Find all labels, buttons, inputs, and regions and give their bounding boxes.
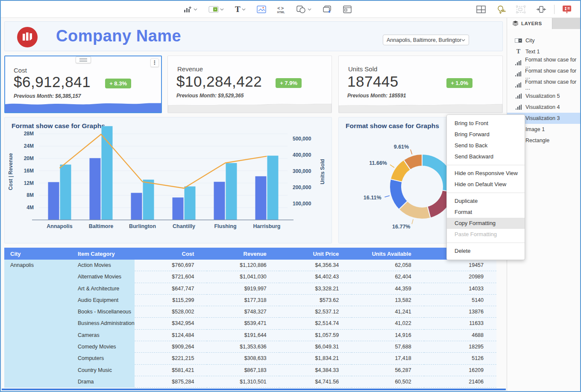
value-cell: $4,356.34 xyxy=(279,260,352,271)
menu-item-hide-on-default-view[interactable]: Hide on Default View xyxy=(447,179,525,190)
left-axis-tick: 20M xyxy=(24,155,34,161)
group-button[interactable] xyxy=(513,4,528,15)
layer-item-format-show-case-for[interactable]: Format show case for … xyxy=(507,68,580,79)
html-embed-button[interactable]: <> HTML xyxy=(275,4,288,15)
layer-item-text-1[interactable]: TText 1 xyxy=(507,46,580,57)
menu-item-bring-forward[interactable]: Bring Forward xyxy=(447,129,525,140)
chevron-down-icon xyxy=(242,8,246,11)
value-cell: 18295 xyxy=(424,341,496,353)
menu-item-delete[interactable]: Delete xyxy=(447,246,525,257)
bar-revenue[interactable] xyxy=(102,126,113,220)
category-label: Flushing xyxy=(214,223,236,229)
bar-revenue[interactable] xyxy=(226,163,237,220)
design-canvas[interactable]: Company Name Annapolis, Baltimore, Burli… xyxy=(1,18,507,391)
layer-item-visualization-5[interactable]: Visualization 5 xyxy=(507,91,580,102)
chart-icon xyxy=(515,82,522,88)
layer-item-visualization-4[interactable]: Visualization 4 xyxy=(507,102,580,113)
present-button[interactable] xyxy=(560,4,574,15)
bar-cost[interactable] xyxy=(173,197,184,220)
combo-chart: 4M8M12M16M20M24M28M100,000200,000300,000… xyxy=(5,117,332,243)
menu-item-duplicate[interactable]: Duplicate xyxy=(447,196,525,207)
combo-chart-card[interactable]: Format show case for Graphs 4M8M12M16M20… xyxy=(4,117,332,243)
drag-handle[interactable] xyxy=(76,56,91,63)
color-style-button[interactable] xyxy=(206,4,226,15)
bar-cost[interactable] xyxy=(214,182,225,220)
menu-item-format[interactable]: Format xyxy=(447,207,525,218)
menu-item-hide-on-responsive-view[interactable]: Hide on Responsive View xyxy=(447,168,525,179)
value-cell: $191,644 xyxy=(207,330,279,341)
image-tool-button[interactable] xyxy=(254,4,269,15)
value-cell: $528,002 xyxy=(135,306,207,318)
value-cell: 62,058 xyxy=(352,260,424,271)
layer-item-format-show-case-for[interactable]: Format show case for … xyxy=(507,57,580,68)
layout-icon xyxy=(476,6,486,13)
dropdown-control-icon xyxy=(515,38,522,43)
menu-item-send-to-back[interactable]: Send to Back xyxy=(447,140,525,151)
kpi-card-revenue[interactable]: Revenue $10,284,422 + 7.9% Previous Mont… xyxy=(167,56,332,113)
value-cell: 56,287 xyxy=(352,365,424,376)
kpi-card-units-sold[interactable]: Units Sold 187445 + 1.0% Previous Month:… xyxy=(338,56,503,113)
table-row: Comedy Movies$909,264$1,353,636$6,049.31… xyxy=(73,341,496,353)
layer-label: Text 1 xyxy=(525,49,540,55)
layout-button[interactable] xyxy=(474,4,488,15)
add-chart-button[interactable] xyxy=(180,4,200,15)
kpi-card-cost[interactable]: ⋮ Cost $6,912,841 + 8.3% Previous Month:… xyxy=(4,56,162,113)
kebab-menu-icon[interactable]: ⋮ xyxy=(150,59,159,67)
data-table[interactable]: CityItem CategoryCostRevenueUnit PriceUn… xyxy=(4,248,496,388)
donut-percent-label: 16.77% xyxy=(392,224,410,230)
tab-layers[interactable]: LAYERS xyxy=(507,18,552,29)
text-tool-button[interactable]: T xyxy=(232,3,248,15)
value-cell: 41,022 xyxy=(352,318,424,329)
bar-cost[interactable] xyxy=(255,176,267,220)
bar-revenue[interactable] xyxy=(267,156,279,220)
image-tool-icon xyxy=(257,6,266,13)
value-cell: $721,604 xyxy=(135,271,207,283)
value-cell: $1,057.59 xyxy=(279,330,352,341)
menu-divider xyxy=(447,243,525,243)
add-frame-button[interactable] xyxy=(320,4,335,15)
chart-icon xyxy=(515,105,522,110)
region-filter-dropdown[interactable]: Annapolis, Baltimore, Burlington, … xyxy=(383,35,469,45)
menu-item-bring-to-front[interactable]: Bring to Front xyxy=(447,118,525,129)
fit-width-button[interactable] xyxy=(534,4,549,15)
header-card[interactable]: Company Name Annapolis, Baltimore, Burli… xyxy=(4,21,503,51)
category-label: Baltimore xyxy=(89,223,114,229)
category-cell: Computers xyxy=(73,353,135,364)
left-axis-tick: 12M xyxy=(24,180,34,186)
layer-item-format-show-case-for[interactable]: Format show case for … xyxy=(507,79,580,91)
info-card-button[interactable] xyxy=(340,4,354,15)
layer-item-city[interactable]: City xyxy=(507,35,580,46)
table-column-header: Cost xyxy=(135,251,207,257)
shapes-tool-button[interactable] xyxy=(293,4,314,15)
value-cell: $573.62 xyxy=(279,295,352,306)
bar-revenue[interactable] xyxy=(185,187,196,220)
value-cell: 17,418 xyxy=(352,353,424,364)
value-cell: $4,402.43 xyxy=(279,271,352,283)
menu-item-copy-formatting[interactable]: Copy Formatting xyxy=(447,218,525,229)
chevron-down-icon xyxy=(308,8,311,11)
value-cell: $1,834.21 xyxy=(279,353,352,364)
bar-cost[interactable] xyxy=(90,158,101,220)
toolbar: T <> HTML xyxy=(1,1,580,18)
value-cell: 16209 xyxy=(424,365,496,376)
right-axis-title: Units Sold xyxy=(320,159,326,184)
category-cell: Audio Equipment xyxy=(73,295,135,306)
menu-item-paste-formatting: Paste Formatting xyxy=(447,229,525,240)
bar-cost[interactable] xyxy=(48,182,59,220)
region-filter-value: Annapolis, Baltimore, Burlington, … xyxy=(387,37,461,43)
value-cell: $581,421 xyxy=(135,365,207,376)
bar-revenue[interactable] xyxy=(143,180,154,220)
category-cell: Alternative Movies xyxy=(73,271,135,283)
value-cell: 5126 xyxy=(424,353,496,364)
value-cell: 21406 xyxy=(424,376,496,388)
text-icon: T xyxy=(515,48,522,55)
kpi-title: Units Sold xyxy=(348,65,377,73)
group-icon xyxy=(516,5,526,14)
value-cell: 14,916 xyxy=(352,330,424,341)
menu-item-send-backward[interactable]: Send Backward xyxy=(447,151,525,162)
value-cell: 13,582 xyxy=(352,295,424,306)
bar-revenue[interactable] xyxy=(60,164,71,220)
bar-cost[interactable] xyxy=(131,193,142,220)
insights-button[interactable] xyxy=(493,4,508,15)
value-cell: $177,318 xyxy=(207,295,279,306)
